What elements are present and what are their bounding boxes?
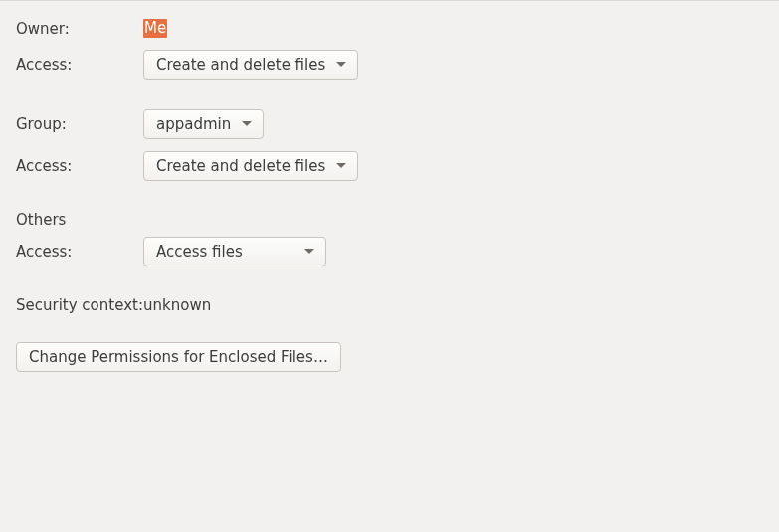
owner-value-col: Me bbox=[143, 19, 167, 38]
chevron-down-icon bbox=[241, 121, 253, 127]
chevron-down-icon bbox=[335, 62, 347, 68]
group-dropdown[interactable]: appadmin bbox=[143, 109, 264, 139]
others-access-dropdown[interactable]: Access files bbox=[143, 237, 326, 266]
security-context-value: unknown bbox=[143, 296, 211, 314]
owner-label: Owner: bbox=[16, 20, 143, 38]
others-access-row: Access: Access files bbox=[16, 237, 763, 266]
group-access-label: Access: bbox=[16, 157, 143, 175]
change-enclosed-permissions-label: Change Permissions for Enclosed Files… bbox=[29, 348, 328, 366]
chevron-down-icon bbox=[335, 163, 347, 169]
owner-value: Me bbox=[143, 19, 167, 38]
change-enclosed-permissions-button[interactable]: Change Permissions for Enclosed Files… bbox=[16, 342, 341, 372]
owner-access-value: Create and delete files bbox=[156, 56, 325, 74]
chevron-down-icon bbox=[303, 249, 315, 255]
owner-access-label: Access: bbox=[16, 56, 143, 74]
group-access-value: Create and delete files bbox=[156, 157, 325, 175]
group-access-dropdown[interactable]: Create and delete files bbox=[143, 151, 358, 181]
owner-access-dropdown[interactable]: Create and delete files bbox=[143, 50, 358, 80]
group-value: appadmin bbox=[156, 115, 231, 133]
group-label: Group: bbox=[16, 115, 143, 133]
others-heading: Others bbox=[16, 211, 143, 229]
others-heading-row: Others bbox=[16, 211, 763, 229]
owner-access-row: Access: Create and delete files bbox=[16, 50, 763, 80]
security-context-label: Security context: bbox=[16, 296, 143, 314]
group-access-row: Access: Create and delete files bbox=[16, 151, 763, 181]
permissions-panel: Owner: Me Access: Create and delete file… bbox=[0, 1, 779, 388]
change-permissions-row: Change Permissions for Enclosed Files… bbox=[16, 342, 763, 372]
security-context-row: Security context: unknown bbox=[16, 296, 763, 314]
others-access-value: Access files bbox=[156, 243, 243, 261]
group-row: Group: appadmin bbox=[16, 109, 763, 139]
others-access-label: Access: bbox=[16, 243, 143, 261]
owner-row: Owner: Me bbox=[16, 19, 763, 38]
